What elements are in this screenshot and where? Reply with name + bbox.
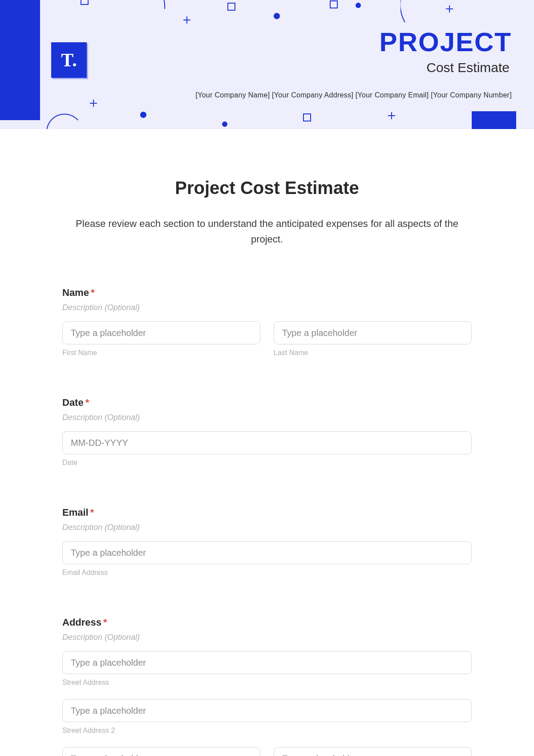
svg-rect-2 <box>330 1 337 8</box>
state-input[interactable] <box>274 747 472 756</box>
arc-icon <box>44 107 80 129</box>
required-mark: * <box>85 397 89 408</box>
field-group-address: Address* Description (Optional) Street A… <box>62 617 472 756</box>
banner-subtitle: Cost Estimate <box>426 60 510 75</box>
date-description: Description (Optional) <box>62 413 472 422</box>
date-label: Date* <box>62 397 472 408</box>
name-description: Description (Optional) <box>62 303 472 312</box>
field-group-date: Date* Description (Optional) Date <box>62 397 472 467</box>
name-label: Name* <box>62 287 472 299</box>
plus-icon <box>445 4 454 13</box>
email-label-text: Email <box>62 507 89 518</box>
first-name-input[interactable] <box>62 321 260 344</box>
square-icon <box>329 0 338 9</box>
banner-title: PROJECT <box>380 27 512 57</box>
field-group-email: Email* Description (Optional) Email Addr… <box>62 507 472 577</box>
email-label: Email* <box>62 507 472 518</box>
decor-block-left <box>0 0 40 120</box>
svg-point-5 <box>356 3 361 8</box>
email-sublabel: Email Address <box>62 569 472 577</box>
city-input[interactable] <box>62 747 260 756</box>
address-label-text: Address <box>62 617 101 628</box>
svg-point-7 <box>222 121 227 127</box>
company-logo: T. <box>51 42 87 78</box>
address-label: Address* <box>62 617 472 628</box>
dot-icon <box>140 111 147 118</box>
required-mark: * <box>90 507 94 518</box>
date-input[interactable] <box>62 431 472 454</box>
decor-block-right <box>472 111 516 129</box>
arc-icon <box>116 0 169 27</box>
square-icon <box>80 0 89 5</box>
arc-icon <box>400 0 472 27</box>
street-address-input[interactable] <box>62 651 472 674</box>
form-intro-text: Please review each section to understand… <box>62 216 472 247</box>
svg-point-6 <box>140 112 146 118</box>
dot-icon <box>222 121 228 127</box>
company-placeholders: [Your Company Name] [Your Company Addres… <box>195 91 512 99</box>
email-input[interactable] <box>62 541 472 564</box>
street-address-sublabel: Street Address <box>62 679 472 687</box>
field-group-name: Name* Description (Optional) First Name … <box>62 287 472 357</box>
svg-rect-0 <box>81 0 88 4</box>
first-name-sublabel: First Name <box>62 349 260 357</box>
dot-icon <box>355 2 361 8</box>
svg-rect-1 <box>228 3 235 10</box>
plus-icon <box>387 111 396 120</box>
date-label-text: Date <box>62 397 84 408</box>
email-description: Description (Optional) <box>62 523 472 532</box>
required-mark: * <box>91 287 95 298</box>
required-mark: * <box>103 617 107 628</box>
plus-icon <box>89 99 98 108</box>
last-name-input[interactable] <box>274 321 472 344</box>
svg-rect-3 <box>303 114 311 121</box>
page-title: Project Cost Estimate <box>62 178 472 198</box>
date-sublabel: Date <box>62 459 472 467</box>
plus-icon <box>182 16 191 24</box>
street-address-2-sublabel: Street Address 2 <box>62 727 472 735</box>
template-banner: T. PROJECT Cost Estimate [Your Company N… <box>0 0 534 129</box>
square-icon <box>303 113 312 122</box>
street-address-2-input[interactable] <box>62 699 472 722</box>
svg-point-4 <box>274 13 280 19</box>
name-label-text: Name <box>62 287 89 298</box>
square-icon <box>227 2 236 11</box>
last-name-sublabel: Last Name <box>274 349 472 357</box>
form-container: Project Cost Estimate Please review each… <box>53 129 481 756</box>
address-description: Description (Optional) <box>62 633 472 642</box>
dot-icon <box>273 12 280 20</box>
